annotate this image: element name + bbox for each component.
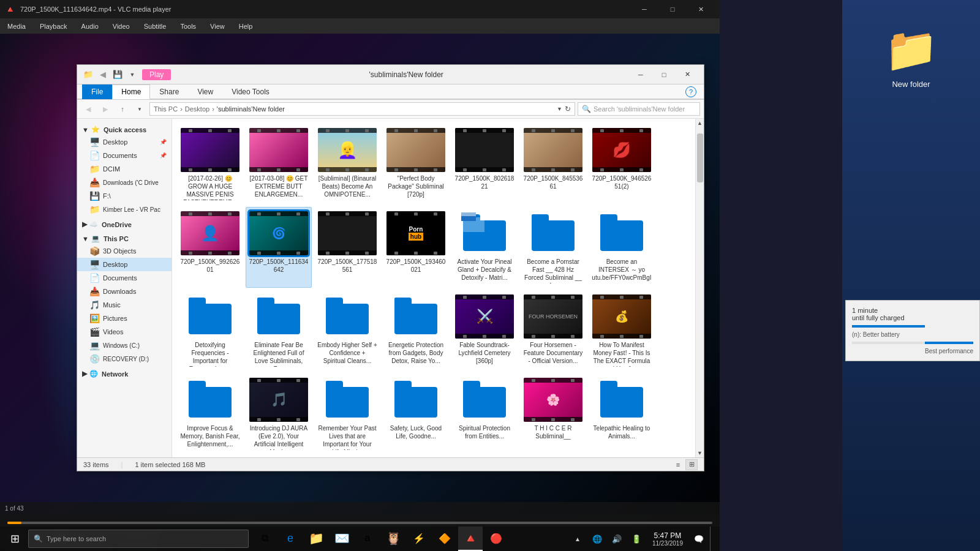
sidebar-item-videos[interactable]: 🎬 Videos (77, 325, 172, 339)
tab-file[interactable]: File (82, 84, 112, 99)
taskbar-app-8[interactable]: 🔶 (432, 527, 457, 551)
sidebar-network[interactable]: ▶ 🌐 Network (77, 368, 172, 380)
sidebar-item-pictures[interactable]: 🖼️ Pictures (77, 312, 172, 325)
vlc-menu-playback[interactable]: Playback (37, 21, 70, 31)
sidebar-item-downloads-pc[interactable]: 📥 Downloads (77, 285, 172, 298)
tray-volume-icon[interactable]: 🔊 (608, 527, 625, 551)
file-item-remember-past[interactable]: Remember Your Past Lives that are Import… (314, 373, 380, 454)
view-btn-list[interactable]: ≡ (672, 459, 684, 470)
sidebar-item-recovery-d[interactable]: 💿 RECOVERY (D:) (77, 352, 172, 365)
file-item-telepathic[interactable]: Telepathic Healing to Animals... (589, 373, 655, 454)
nav-forward-button[interactable]: ▶ (98, 102, 113, 116)
sidebar-item-documents[interactable]: 📄 Documents 📌 (77, 149, 172, 162)
explorer-maximize-button[interactable]: □ (652, 65, 676, 84)
file-item-720p-8455[interactable]: 720P_1500K_84553661 (520, 124, 586, 204)
vlc-menu-video[interactable]: Video (110, 21, 132, 31)
file-item-subliminal-binaural[interactable]: 👱‍♀️ [Subliminal] (Binaural Beats) Becom… (314, 124, 380, 204)
taskbar-app-explorer[interactable]: 📁 (304, 527, 328, 551)
file-item-intersex[interactable]: Become an INTERSEX ～ yo utu.be/FFY0wcPmB… (589, 207, 655, 288)
quick-access-icon3[interactable]: 💾 (111, 69, 124, 81)
tray-clock[interactable]: 5:47 PM 11/23/2019 (647, 531, 688, 547)
vlc-menu-media[interactable]: Media (5, 21, 28, 31)
tray-desktop-button[interactable] (710, 527, 715, 551)
file-item-fable[interactable]: ⚔️ Fable Soundtrack-Lychfield Cemetery [… (451, 290, 518, 371)
sidebar-item-dcim[interactable]: 📁 DCIM (77, 162, 172, 176)
file-item-eliminate-fear[interactable]: Eliminate Fear Be Enlightened Full of Lo… (246, 290, 312, 371)
address-box[interactable]: This PC › Desktop › 'subliminals'New fol… (149, 102, 575, 116)
sidebar-item-desktop[interactable]: 🖥️ Desktop 📌 (77, 135, 172, 149)
nav-back-button[interactable]: ◀ (81, 102, 96, 116)
file-item-spiritual[interactable]: Spiritual Protection from Entities... (451, 373, 518, 454)
scrollbar-track[interactable] (696, 127, 704, 449)
sidebar-onedrive[interactable]: ▶ ☁️ OneDrive (77, 219, 172, 230)
explorer-minimize-button[interactable]: ─ (629, 65, 652, 84)
tray-battery-icon[interactable]: 🔋 (628, 527, 645, 551)
sidebar-quick-access[interactable]: ▼ ⭐ Quick access (77, 124, 172, 135)
file-item-pornstar[interactable]: Become a Pornstar Fast __ 428 Hz Forced … (520, 207, 586, 288)
tab-share[interactable]: Share (150, 84, 188, 99)
vlc-seekbar[interactable] (7, 522, 712, 524)
sidebar-item-music[interactable]: 🎵 Music (77, 298, 172, 312)
file-item-720p-11163-selected[interactable]: 🌀 720P_1500K_111634642 (246, 207, 312, 288)
scrollbar-up-arrow[interactable]: ▲ (696, 119, 704, 127)
sidebar-this-pc[interactable]: ▼ 💻 This PC (77, 233, 172, 244)
file-item-720p-9465[interactable]: 💋 720P_1500K_94652651(2) (589, 124, 655, 204)
file-item-720p-1934[interactable]: Pornhub 720P_1500K_193460021 (383, 207, 449, 288)
vlc-maximize-button[interactable]: □ (658, 0, 687, 18)
nav-up-button[interactable]: ↑ (115, 102, 130, 116)
file-item-manifest-money[interactable]: 💰 How To Manifest Money Fast! - This Is … (589, 290, 655, 371)
vlc-menu-help[interactable]: Help (236, 21, 255, 31)
taskbar-search[interactable]: 🔍 Type here to search (28, 530, 249, 548)
file-item-720p-1775[interactable]: 720P_1500K_177518561 (314, 207, 380, 288)
refresh-button[interactable]: ↻ (565, 105, 571, 113)
sidebar-item-desktop-pc[interactable]: 🖥️ Desktop (77, 258, 172, 271)
tab-video-tools[interactable]: Video Tools (222, 84, 279, 99)
file-item-energetic[interactable]: Energetic Protection from Gadgets, Body … (383, 290, 449, 371)
file-item-embody-higher[interactable]: Embody Higher Self + Confidence + Spirit… (314, 290, 380, 371)
taskbar-app-7[interactable]: ⚡ (407, 527, 431, 551)
tray-network-icon[interactable]: 🌐 (589, 527, 606, 551)
scrollbar-thumb[interactable] (697, 133, 703, 182)
start-button[interactable]: ⊞ (2, 527, 27, 551)
vlc-close-button[interactable]: ✕ (687, 0, 715, 18)
taskbar-app-edge[interactable]: e (278, 527, 303, 551)
tab-home[interactable]: Home (112, 84, 150, 99)
explorer-scrollbar[interactable]: ▲ ▼ (695, 119, 704, 457)
taskbar-app-10[interactable]: 🔴 (484, 527, 508, 551)
file-item-dj-aura[interactable]: 🎵 Introducing DJ AURA (Eve 2.0), Your Ar… (246, 373, 312, 454)
ribbon-help[interactable]: ? (685, 84, 699, 99)
sidebar-item-kimber[interactable]: 📁 Kimber Lee - VR Pac (77, 203, 172, 216)
sidebar-item-3d-objects[interactable]: 📦 3D Objects (77, 244, 172, 258)
explorer-close-button[interactable]: ✕ (676, 65, 699, 84)
play-button[interactable]: Play (142, 69, 171, 80)
sidebar-item-downloads[interactable]: 📥 Downloads ('C Drive (77, 176, 172, 189)
tray-chevron[interactable]: ▲ (569, 527, 586, 551)
file-item-four-horsemen[interactable]: FOUR HORSEMEN Four Horsemen - Feature Do… (520, 290, 586, 371)
vlc-menu-audio[interactable]: Audio (79, 21, 101, 31)
file-item-detoxifying[interactable]: Detoxifying Frequencies - Important for … (177, 290, 243, 371)
nav-recent-button[interactable]: ▼ (132, 102, 147, 116)
file-item-720p-8026[interactable]: 720P_1500K_80261821 (451, 124, 518, 204)
file-item-thiccer[interactable]: 🌸 T H I C C E R Subliminal__ (520, 373, 586, 454)
vlc-menu-subtitle[interactable]: Subtitle (141, 21, 169, 31)
sidebar-item-windows-c[interactable]: 💻 Windows (C:) (77, 339, 172, 352)
file-item-improve-focus[interactable]: Improve Focus & Memory, Banish Fear, Enl… (177, 373, 243, 454)
taskbar-app-tripadvisor[interactable]: 🦉 (381, 527, 405, 551)
tray-notification-icon[interactable]: 🗨️ (690, 527, 707, 551)
taskbar-app-vlc[interactable]: 🔺 (458, 527, 483, 551)
address-dropdown[interactable]: ▼ (557, 106, 562, 112)
view-btn-grid[interactable]: ⊞ (685, 459, 698, 470)
taskbar-app-mail[interactable]: ✉️ (330, 527, 354, 551)
sidebar-item-documents-pc[interactable]: 📄 Documents (77, 271, 172, 285)
file-item-safety[interactable]: Safety, Luck, Good Life, Goodne... (383, 373, 449, 454)
taskbar-app-amazon[interactable]: a (355, 527, 380, 551)
file-item-720p-9926[interactable]: 👤 720P_1500K_99262601 (177, 207, 243, 288)
file-item-extreme-butt[interactable]: [2017-03-08] 😊 GET EXTREME BUTT ENLARGEM… (246, 124, 312, 204)
vlc-menu-view[interactable]: View (208, 21, 227, 31)
sidebar-item-f-drive[interactable]: 💾 F:\ (77, 189, 172, 203)
search-box[interactable]: 🔍 Search 'subliminals'New folder (578, 102, 700, 116)
file-item-grow-huge[interactable]: [2017-02-26] 😊 GROW A HUGE MASSIVE PENIS… (177, 124, 243, 204)
quick-access-dropdown[interactable]: ▼ (126, 69, 138, 81)
scrollbar-down-arrow[interactable]: ▼ (696, 449, 704, 457)
taskbar-app-taskview[interactable]: ⧉ (252, 527, 277, 551)
